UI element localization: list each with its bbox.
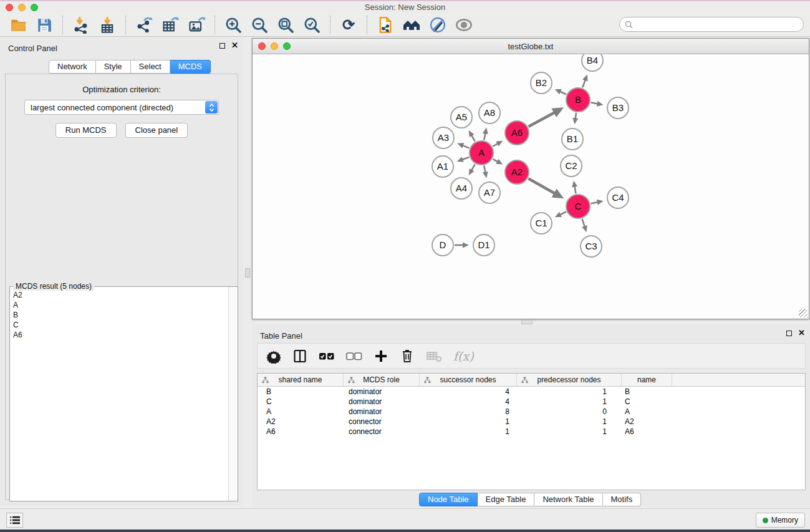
graph-node-D[interactable]: D (432, 235, 453, 256)
table-cell[interactable]: 1 (517, 387, 622, 396)
result-item[interactable]: A (13, 300, 228, 310)
table-cell[interactable]: A (622, 407, 672, 416)
graph-node-B1[interactable]: B1 (562, 128, 583, 150)
graph-edge-A-A7[interactable] (483, 166, 488, 178)
close-table-panel-icon[interactable]: ✕ (798, 330, 805, 336)
table-cell[interactable]: dominator (344, 397, 420, 406)
table-cell[interactable]: 4 (420, 387, 517, 396)
tab-network[interactable]: Network (49, 60, 96, 74)
table-cell[interactable]: 1 (517, 417, 622, 426)
graph-node-C2[interactable]: C2 (561, 155, 582, 177)
show-columns-icon[interactable] (292, 348, 307, 364)
delete-table-icon[interactable] (426, 348, 442, 364)
graph-node-A2[interactable]: A2 (505, 160, 529, 184)
table-cell[interactable]: 1 (517, 427, 622, 436)
graph-node-C1[interactable]: C1 (531, 213, 552, 234)
table-cell[interactable]: A6 (622, 427, 672, 436)
result-scrollbar[interactable] (228, 287, 238, 501)
table-cell[interactable]: dominator (344, 407, 420, 416)
graph-node-A8[interactable]: A8 (479, 102, 500, 123)
zoom-in-icon[interactable] (224, 16, 243, 34)
tab-select[interactable]: Select (131, 60, 170, 74)
graph-edge-C-C2[interactable] (572, 181, 577, 194)
hide-labels-icon[interactable] (428, 16, 447, 34)
horizontal-splitter-handle[interactable] (521, 320, 533, 324)
show-graphics-details-icon[interactable] (455, 16, 473, 34)
graph-edge-A-A1[interactable] (457, 157, 470, 162)
table-settings-icon[interactable] (266, 348, 281, 364)
graph-node-A7[interactable]: A7 (479, 182, 500, 203)
resize-grip-icon[interactable] (799, 309, 808, 317)
table-cell[interactable]: 1 (420, 427, 517, 436)
table-row[interactable]: Adominator80A (258, 407, 805, 417)
import-network-icon[interactable] (72, 16, 90, 34)
graph-edge-A-A3[interactable] (457, 143, 469, 148)
zoom-out-icon[interactable] (250, 16, 269, 34)
graph-edge-A6-B[interactable] (528, 107, 564, 127)
graph-edge-A2-C[interactable] (528, 178, 564, 198)
result-item[interactable]: B (13, 310, 228, 320)
column-header-successor-nodes[interactable]: successor nodes (420, 374, 517, 386)
criterion-dropdown[interactable]: largest connected component (directed) (24, 100, 219, 115)
select-all-icon[interactable] (319, 348, 335, 364)
task-history-button[interactable] (6, 513, 23, 528)
graph-edge-C-C3[interactable] (582, 219, 587, 232)
graph-edge-A-A2[interactable] (493, 159, 503, 165)
graph-edge-B-B2[interactable] (555, 89, 566, 94)
memory-button[interactable]: Memory (756, 513, 805, 528)
tab-node-table[interactable]: Node Table (419, 493, 478, 506)
close-panel-icon[interactable]: ✕ (231, 42, 238, 49)
network-from-file-icon[interactable] (376, 16, 395, 34)
zoom-selected-icon[interactable] (302, 16, 321, 34)
graph-node-B3[interactable]: B3 (607, 97, 629, 118)
graph-edge-A-A5[interactable] (469, 130, 475, 142)
table-cell[interactable]: B (258, 387, 344, 396)
graph-edge-A-A6[interactable] (493, 141, 503, 147)
table-cell[interactable]: A6 (258, 427, 344, 436)
graph-edge-B-B1[interactable] (572, 113, 578, 124)
home-icon[interactable] (402, 16, 421, 34)
graph-node-A5[interactable]: A5 (451, 107, 472, 128)
graph-edge-D-D1[interactable] (455, 243, 469, 248)
table-cell[interactable]: A2 (258, 417, 344, 426)
column-header-mcds-role[interactable]: MCDS role (344, 374, 420, 386)
graph-edge-A-A8[interactable] (483, 128, 488, 140)
function-builder-icon[interactable]: f(x) (453, 348, 474, 364)
graph-node-A[interactable]: A (470, 141, 493, 165)
table-cell[interactable]: 0 (517, 407, 622, 416)
search-input[interactable] (635, 18, 803, 31)
tab-edge-table[interactable]: Edge Table (478, 493, 535, 506)
graph-node-B4[interactable]: B4 (582, 54, 603, 71)
result-item[interactable]: A6 (13, 330, 228, 340)
graph-edge-A-A4[interactable] (469, 164, 475, 175)
table-cell[interactable]: connector (344, 427, 420, 436)
mcds-result-list[interactable]: A2ABCA6 (10, 288, 228, 501)
delete-row-icon[interactable] (400, 348, 415, 364)
graph-node-C3[interactable]: C3 (581, 236, 602, 257)
table-cell[interactable]: dominator (344, 387, 420, 396)
table-cell[interactable]: C (258, 397, 344, 406)
table-row[interactable]: Bdominator41B (258, 387, 805, 397)
tab-motifs[interactable]: Motifs (603, 493, 642, 506)
float-panel-icon[interactable] (219, 43, 225, 49)
tab-mcds[interactable]: MCDS (170, 60, 211, 74)
save-session-icon[interactable] (35, 16, 54, 34)
table-cell[interactable]: A2 (622, 417, 672, 426)
column-header-shared-name[interactable]: shared name (258, 374, 344, 386)
graph-node-C[interactable]: C (566, 195, 590, 218)
tab-style[interactable]: Style (96, 60, 131, 74)
float-table-panel-icon[interactable] (786, 331, 792, 336)
table-cell[interactable]: 1 (517, 397, 622, 406)
graph-edge-C-C1[interactable] (555, 212, 566, 217)
tab-network-table[interactable]: Network Table (534, 493, 602, 506)
column-header-predecessor-nodes[interactable]: predecessor nodes (517, 374, 622, 386)
graph-node-A6[interactable]: A6 (505, 121, 529, 145)
table-cell[interactable]: 1 (420, 417, 517, 426)
network-canvas[interactable]: B4B2BB3A5A8A6A3B1AC2A1A2A4A7C4CC1DD1C3 (253, 54, 809, 319)
graph-node-A1[interactable]: A1 (432, 156, 453, 177)
splitter-handle[interactable] (245, 268, 250, 278)
result-item[interactable]: C (13, 320, 228, 330)
open-session-icon[interactable] (9, 16, 27, 34)
refresh-icon[interactable]: ⟳ (339, 16, 358, 34)
import-table-icon[interactable] (98, 16, 117, 34)
